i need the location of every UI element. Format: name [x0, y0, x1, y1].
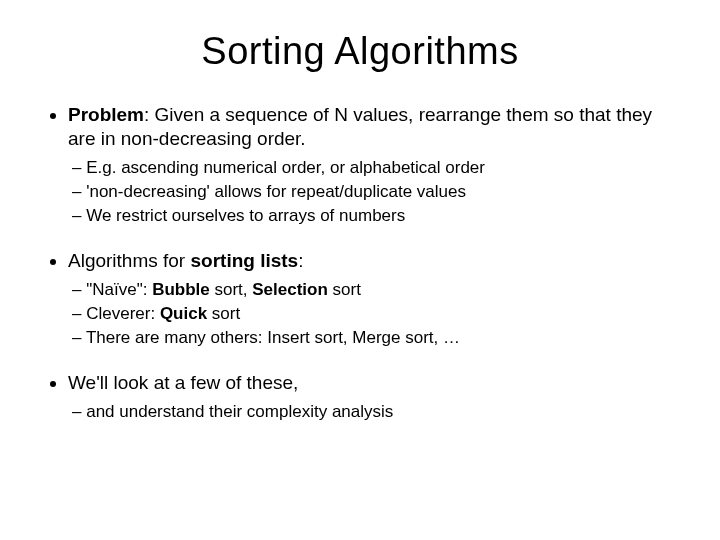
slide: Sorting Algorithms Problem: Given a sequ…	[0, 0, 720, 540]
sub-text: sort	[328, 280, 361, 299]
bullet-problem-label: Problem	[68, 104, 144, 125]
sub-text: There are many others: Insert sort, Merg…	[86, 328, 460, 347]
sub-text: Cleverer:	[86, 304, 160, 323]
bullet-problem-text: : Given a sequence of N values, rearrang…	[68, 104, 652, 149]
sub-item: Cleverer: Quick sort	[88, 303, 680, 325]
sub-item: E.g. ascending numerical order, or alpha…	[88, 157, 680, 179]
sub-bold: Selection	[252, 280, 328, 299]
bullet-algorithms: Algorithms for sorting lists: "Naïve": B…	[68, 249, 680, 349]
sub-text: "Naïve":	[86, 280, 152, 299]
bullet-problem: Problem: Given a sequence of N values, r…	[68, 103, 680, 227]
sub-item: and understand their complexity analysis	[88, 401, 680, 423]
sub-item: 'non-decreasing' allows for repeat/dupli…	[88, 181, 680, 203]
bullet-algorithms-bold: sorting lists	[190, 250, 298, 271]
sub-list: "Naïve": Bubble sort, Selection sort Cle…	[68, 279, 680, 349]
sub-item: We restrict ourselves to arrays of numbe…	[88, 205, 680, 227]
bullet-look-at-text: We'll look at a few of these,	[68, 372, 298, 393]
sub-bold: Bubble	[152, 280, 210, 299]
sub-list: and understand their complexity analysis	[68, 401, 680, 423]
bullet-look-at: We'll look at a few of these, and unders…	[68, 371, 680, 423]
bullet-algorithms-pre: Algorithms for	[68, 250, 190, 271]
bullet-algorithms-post: :	[298, 250, 303, 271]
bullet-list: Problem: Given a sequence of N values, r…	[40, 103, 680, 423]
sub-text: sort	[207, 304, 240, 323]
sub-bold: Quick	[160, 304, 207, 323]
sub-list: E.g. ascending numerical order, or alpha…	[68, 157, 680, 227]
sub-item: "Naïve": Bubble sort, Selection sort	[88, 279, 680, 301]
sub-item: There are many others: Insert sort, Merg…	[88, 327, 680, 349]
sub-text: sort,	[210, 280, 253, 299]
page-title: Sorting Algorithms	[40, 30, 680, 73]
